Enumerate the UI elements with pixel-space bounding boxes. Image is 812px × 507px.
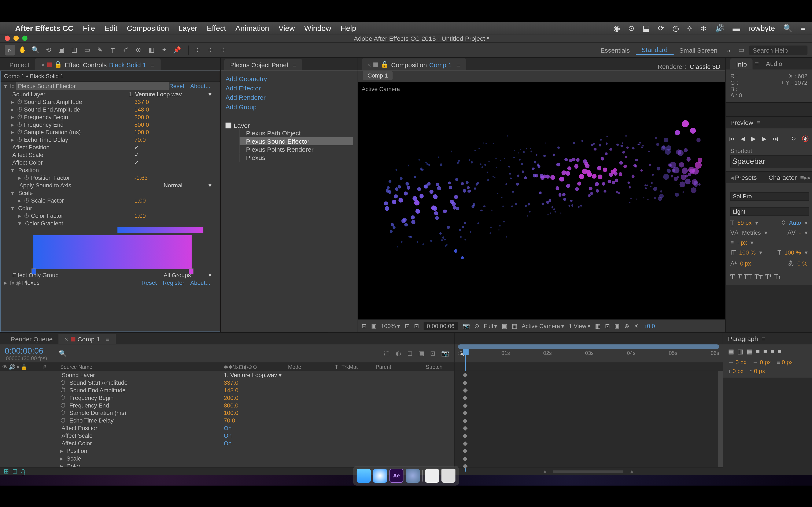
gradient-stop-left[interactable] [32, 269, 36, 274]
hand-tool-icon[interactable]: ✋ [17, 45, 28, 55]
timeline-property[interactable]: ⏱ Sound End Amplitude [58, 387, 224, 393]
allcaps-button[interactable]: TT [744, 273, 752, 281]
timeline-property[interactable]: ⏱ Sample Duration (ms) [58, 410, 224, 416]
safe-icon[interactable]: ⊡ [414, 323, 419, 329]
color-factor-value[interactable]: 1.00 [134, 213, 216, 219]
baseline-value[interactable]: 0 px [740, 260, 751, 266]
align-left-icon[interactable]: ▤ [728, 348, 734, 355]
pixel-icon[interactable]: ▦ [595, 323, 600, 329]
axis-world-icon[interactable]: ⊹ [205, 45, 216, 55]
add-geometry-link[interactable]: Add Geometry [225, 74, 353, 83]
play-icon[interactable]: ▶ [751, 135, 756, 142]
camera-tool-icon[interactable]: ▣ [56, 45, 67, 55]
affect-scale-checkbox[interactable] [134, 152, 216, 158]
superscript-button[interactable]: T¹ [765, 273, 772, 281]
panel-menu-icon[interactable]: ≡ [151, 61, 155, 68]
font-family-dropdown[interactable] [730, 192, 809, 201]
flag-icon[interactable]: ▬ [732, 24, 740, 32]
dock-doc-icon[interactable] [425, 469, 439, 483]
shy-icon[interactable]: ⬚ [384, 350, 390, 357]
scale-group[interactable]: Scale [17, 190, 216, 196]
space-before[interactable]: 0 px [732, 368, 744, 374]
scale-factor-value[interactable]: 1.00 [134, 197, 216, 204]
tsume-value[interactable]: 0 % [798, 260, 808, 266]
zoom-slider[interactable] [553, 470, 623, 472]
timeline-value[interactable]: On [224, 433, 288, 439]
gradient-stop-right[interactable] [189, 269, 193, 274]
timeline-value[interactable]: 148.0 [224, 387, 288, 393]
plexus-reset[interactable]: Reset [142, 279, 157, 286]
solo-col-icon[interactable]: ● [16, 364, 19, 370]
keyframe-icon[interactable] [463, 418, 467, 423]
first-frame-icon[interactable]: ⏮ [729, 135, 735, 142]
timeline-property[interactable]: ▸ Scale [58, 455, 224, 462]
tab-project[interactable]: Project [4, 59, 35, 70]
timeline-value[interactable]: 1. Venture Loop.wav ▾ [224, 372, 288, 378]
kerning-dropdown[interactable]: Metrics [742, 229, 761, 236]
zoom-tool-icon[interactable]: 🔍 [31, 45, 41, 55]
views-dropdown[interactable]: 1 View ▾ [569, 323, 591, 329]
last-frame-icon[interactable]: ⏭ [772, 135, 778, 142]
leading-value[interactable]: Auto [789, 220, 801, 226]
justify-left-icon[interactable]: ≡ [756, 348, 760, 355]
panel-menu-icon[interactable]: ≡ [456, 61, 460, 68]
font-style-dropdown[interactable] [730, 207, 809, 216]
timeline-property[interactable]: Affect Position [58, 425, 224, 431]
tree-sound-effector[interactable]: Plexus Sound Effector [240, 137, 353, 145]
timeline-value[interactable]: 337.0 [224, 379, 288, 386]
dock-trash-icon[interactable] [441, 469, 455, 483]
trkmat-header[interactable]: TrkMat [342, 364, 358, 370]
timeline-property[interactable]: ▸ Color [58, 463, 224, 467]
timeline-search-icon[interactable]: 🔍 [59, 350, 67, 357]
dock-safari-icon[interactable] [373, 469, 387, 483]
maximize-window-button[interactable] [22, 36, 28, 41]
tree-points-renderer[interactable]: Plexus Points Renderer [240, 145, 353, 154]
motion-blur-icon[interactable]: ◐ [396, 350, 402, 357]
timeline-property[interactable]: Affect Color [58, 440, 224, 446]
puppet-tool-icon[interactable]: 📌 [172, 45, 182, 55]
align-center-icon[interactable]: ▥ [738, 348, 743, 355]
current-timecode[interactable]: 0:00:00:06 [5, 346, 47, 355]
timeline-value[interactable]: On [224, 425, 288, 431]
keyframe-icon[interactable] [463, 403, 467, 408]
timeline-track-area[interactable] [455, 371, 723, 467]
color-group[interactable]: Color [17, 205, 216, 211]
smallcaps-button[interactable]: Tᴛ [755, 273, 763, 281]
keyframe-icon[interactable] [463, 396, 467, 400]
param-value[interactable]: 337.0 [134, 99, 216, 105]
mode-header[interactable]: Mode [288, 364, 335, 370]
plexus-register[interactable]: Register [163, 279, 185, 286]
menu-edit[interactable]: Edit [104, 24, 117, 32]
timeline-value[interactable]: 70.0 [224, 417, 288, 424]
wifi-icon[interactable]: ⟡ [687, 23, 692, 33]
shortcut-dropdown[interactable] [730, 155, 812, 168]
audio-col-icon[interactable]: 🔊 [9, 364, 15, 370]
record-icon[interactable]: ◉ [613, 24, 620, 32]
transparency-icon[interactable]: ▦ [512, 323, 517, 329]
app-name[interactable]: After Effects CC [15, 24, 73, 32]
align-right-icon[interactable]: ▦ [747, 348, 753, 355]
eraser-tool-icon[interactable]: ◧ [146, 45, 157, 55]
tab-render-queue[interactable]: Render Queue [5, 334, 59, 344]
username[interactable]: rowbyte [748, 24, 775, 32]
type-tool-icon[interactable]: T [107, 45, 118, 55]
toggle-modes-icon[interactable]: ⊡ [12, 467, 17, 475]
stretch-header[interactable]: Stretch [417, 364, 452, 370]
keyframe-icon[interactable] [463, 411, 467, 415]
fast-icon[interactable]: ⊡ [605, 323, 610, 329]
keyframe-icon[interactable] [463, 381, 467, 385]
reset-link[interactable]: Reset [169, 83, 185, 89]
snapshot2-icon[interactable]: 📷 [463, 323, 470, 329]
snapshot-icon[interactable]: 📷 [441, 350, 449, 357]
cc-icon[interactable]: ⊙ [628, 24, 635, 32]
indent-left[interactable]: 0 px [735, 359, 747, 365]
param-value[interactable]: 100.0 [134, 129, 216, 135]
dock-app-icon[interactable] [406, 469, 420, 483]
exposure-icon[interactable]: ☀ [633, 323, 639, 329]
tab-plexus-panel[interactable]: Plexus Object Panel≡ [224, 59, 302, 70]
brush-tool-icon[interactable]: ✐ [120, 45, 131, 55]
spotlight-icon[interactable]: 🔍 [783, 24, 793, 32]
visibility-col-icon[interactable]: 👁 [2, 364, 8, 370]
snapshot-icon[interactable]: ▣ [371, 323, 376, 329]
tab-timeline-comp[interactable]: ×Comp 1≡ [59, 334, 115, 344]
